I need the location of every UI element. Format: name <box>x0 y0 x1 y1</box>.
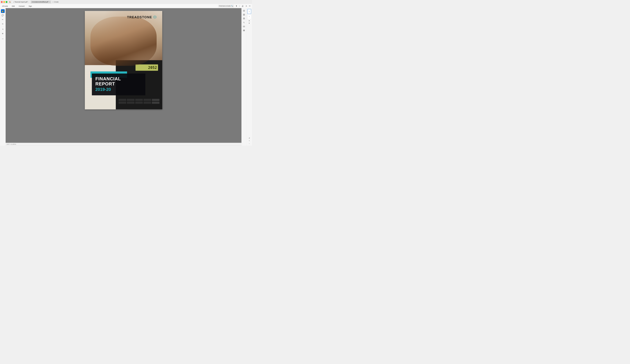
star-icon: ★ <box>13 1 14 3</box>
page-number-1: 1 <box>249 11 250 12</box>
page-down-button[interactable]: ▼ <box>248 22 250 25</box>
hand-overlay <box>90 16 156 66</box>
menu-items: All tools Edit Convert Sign <box>2 5 32 7</box>
pdf-viewer: Password-protected file <box>6 8 242 146</box>
page-thumb-1[interactable]: 1 <box>247 9 251 14</box>
svg-rect-17 <box>243 30 244 30</box>
sign-in-icon[interactable]: ✏ <box>249 5 250 7</box>
pencil-tool[interactable]: ✏ <box>1 18 4 21</box>
tab-close-icon[interactable]: ✕ <box>49 1 50 3</box>
share-icon[interactable]: ↑ <box>239 5 240 7</box>
svg-rect-18 <box>243 31 244 31</box>
zoom-in-button[interactable]: + <box>248 140 250 142</box>
panel-icon-2[interactable] <box>242 13 246 16</box>
compare-icon <box>243 25 245 27</box>
save-to-cloud-icon[interactable]: ⬆ <box>236 5 237 7</box>
page-up-button[interactable]: ▲ <box>248 19 250 22</box>
svg-rect-13 <box>243 26 244 27</box>
tabs-area: ★ financial-report.pdf ✕ AnnotationsModi… <box>12 0 251 3</box>
menu-all-tools[interactable]: All tools <box>2 5 8 7</box>
panel-icon-1[interactable] <box>242 9 246 12</box>
left-toolbar: ☝ 💬 ✏ ⊙ A ⊕ ••• <box>0 8 6 146</box>
svg-marker-1 <box>154 16 156 18</box>
menu-convert[interactable]: Convert <box>18 5 25 7</box>
svg-rect-10 <box>243 18 244 18</box>
text-tool[interactable]: A <box>1 27 4 31</box>
report-box: FINANCIAL REPORT 2019-20 <box>92 73 145 95</box>
lasso-icon: ⊙ <box>2 23 4 25</box>
page-thumb-7[interactable]: 7 <box>247 14 251 19</box>
tab-label: AnnotationsModified.pdf <box>32 1 48 3</box>
search-doc-icon <box>243 22 245 23</box>
maximize-button[interactable] <box>6 1 8 3</box>
new-tab-button[interactable]: ＋ Create <box>52 0 59 3</box>
tab-financial-report[interactable]: ★ financial-report.pdf ✕ <box>12 0 30 3</box>
svg-rect-7 <box>244 15 245 15</box>
panel-icon-3[interactable] <box>242 17 246 20</box>
calculator-display: 2052 <box>136 64 158 71</box>
more-tools[interactable]: ••• <box>1 37 4 41</box>
pencil-icon: ✏ <box>2 18 4 20</box>
logo-icon <box>153 15 156 19</box>
zoom-out-button[interactable]: − <box>248 142 250 145</box>
menubar: All tools Edit Convert Sign Find text or… <box>0 4 252 8</box>
tab-label: financial-report.pdf <box>14 1 28 3</box>
refresh-button[interactable]: ↺ <box>248 137 250 140</box>
pdf-cover: 2052 <box>85 11 162 109</box>
panel-icon-5[interactable] <box>242 25 246 28</box>
minimize-button[interactable] <box>3 1 5 3</box>
menubar-right: Find text or tools 🔍 ⬆ ↑ 🖨 Ａ ✏ <box>218 5 250 7</box>
text-icon: A <box>2 28 3 30</box>
search-text: Find text or tools <box>219 5 230 7</box>
svg-rect-3 <box>244 10 244 11</box>
page-panel: 1 7 ▲ ▼ ↺ + − <box>246 8 252 146</box>
acrobat-icon[interactable]: Ａ <box>245 5 247 7</box>
page-size-label: 8.27 × 11.69 in <box>7 143 16 145</box>
panel-icon-4[interactable] <box>242 21 246 24</box>
svg-rect-2 <box>243 10 244 11</box>
search-bar[interactable]: Find text or tools 🔍 <box>218 5 234 7</box>
plus-icon: ＋ <box>52 1 54 3</box>
home-icon[interactable]: 🏠 <box>8 0 12 3</box>
treadstone-logo: TREADSTONE <box>127 15 156 19</box>
titlebar: 🏠 ★ financial-report.pdf ✕ AnnotationsMo… <box>0 0 252 4</box>
calculator-keys <box>118 99 160 104</box>
svg-rect-8 <box>243 18 244 19</box>
cursor-icon: ☝ <box>2 10 4 12</box>
svg-rect-4 <box>243 14 244 14</box>
logo-name: TREADSTONE <box>127 15 152 19</box>
report-title: FINANCIAL REPORT <box>96 76 142 86</box>
status-bar: 8.27 × 11.69 in <box>6 143 242 146</box>
layers-icon <box>243 17 245 19</box>
thumbnails-icon <box>243 14 245 16</box>
svg-point-11 <box>244 22 244 23</box>
svg-rect-6 <box>243 15 244 15</box>
comment-tool[interactable]: 💬 <box>1 13 4 17</box>
close-button[interactable] <box>1 1 3 3</box>
cursor-tool[interactable]: ☝ <box>1 9 4 13</box>
report-overlay: FINANCIAL REPORT 2019-20 <box>92 73 162 95</box>
menu-sign[interactable]: Sign <box>28 5 32 7</box>
page-number-7: 7 <box>249 16 250 17</box>
search-icon: 🔍 <box>231 5 233 7</box>
main-layout: ☝ 💬 ✏ ⊙ A ⊕ ••• Password-protected file <box>0 8 252 146</box>
svg-rect-14 <box>244 26 245 27</box>
pdf-page: Password-protected file <box>85 11 162 109</box>
tab-close-icon[interactable]: ✕ <box>28 1 30 3</box>
stamp-tool[interactable]: ⊕ <box>1 32 4 35</box>
tab-annotations[interactable]: AnnotationsModified.pdf ✕ <box>30 0 51 3</box>
report-year: 2019-20 <box>96 87 142 92</box>
stamp-icon: ⊕ <box>2 32 4 34</box>
bookmarks-icon <box>243 10 245 12</box>
comment-icon: 💬 <box>2 14 4 16</box>
svg-rect-5 <box>244 14 245 14</box>
panel-icon-6[interactable] <box>242 29 246 32</box>
more-icon: ••• <box>2 38 4 39</box>
lasso-tool[interactable]: ⊙ <box>1 22 4 26</box>
svg-rect-16 <box>243 30 244 30</box>
menu-edit[interactable]: Edit <box>11 5 15 7</box>
print-icon[interactable]: 🖨 <box>242 5 244 7</box>
right-panel <box>242 8 246 146</box>
organize-icon <box>243 29 245 31</box>
svg-line-12 <box>244 23 244 23</box>
